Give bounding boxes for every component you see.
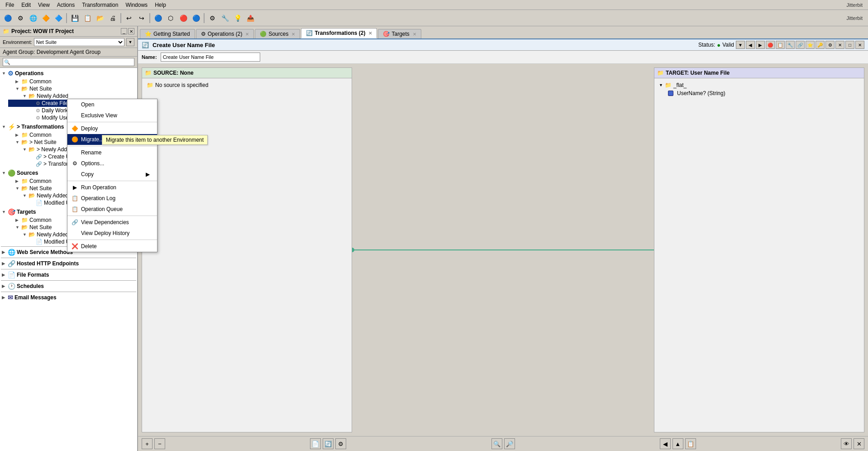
map-remove-btn[interactable]: − xyxy=(154,438,165,449)
status-btn3[interactable]: 🔴 xyxy=(766,41,775,49)
toolbar-run[interactable]: 🔷 xyxy=(52,12,64,24)
menu-edit[interactable]: Edit xyxy=(18,1,34,9)
tab-getting-started[interactable]: ⭐ Getting Started xyxy=(140,29,195,38)
ctx-run-operation[interactable]: ▶ Run Operation xyxy=(67,182,157,193)
menu-transformation[interactable]: Transformation xyxy=(78,1,122,9)
toolbar-export[interactable]: 📤 xyxy=(244,12,256,24)
ctx-deploy[interactable]: 🔶 Deploy xyxy=(67,123,157,134)
map-preview[interactable]: 👁 xyxy=(841,438,852,449)
status-btn6[interactable]: 🔗 xyxy=(796,41,805,49)
ctx-open[interactable]: Open xyxy=(67,99,157,110)
tab-sources-close[interactable]: ✕ xyxy=(291,32,295,37)
status-btn8[interactable]: 🔑 xyxy=(816,41,825,49)
ctx-operation-log[interactable]: 📋 Operation Log xyxy=(67,193,157,204)
search-row xyxy=(0,57,137,68)
tab-transformations[interactable]: 🔄 Transformations (2) ✕ xyxy=(301,28,377,38)
status-btn4[interactable]: 📋 xyxy=(776,41,785,49)
ctx-exclusive-view[interactable]: Exclusive View xyxy=(67,110,157,121)
environment-row: Environment: Net Suite ▼ xyxy=(0,37,137,48)
toolbar-open[interactable]: ⚙ xyxy=(14,12,26,24)
toolbar-info[interactable]: 💡 xyxy=(232,12,243,24)
status-btn9[interactable]: ⚙ xyxy=(825,41,835,49)
toolbar-save[interactable]: 🌐 xyxy=(27,12,39,24)
map-zoom-in[interactable]: 🔍 xyxy=(491,438,502,449)
status-btn10[interactable]: ✕ xyxy=(835,41,844,49)
tab-sources[interactable]: 🟢 Sources ✕ xyxy=(255,29,300,38)
ctx-run-label: Run Operation xyxy=(81,184,116,191)
status-maximize[interactable]: □ xyxy=(845,41,854,49)
project-minimize[interactable]: _ xyxy=(121,28,127,34)
ctx-operation-queue[interactable]: 📋 Operation Queue xyxy=(67,204,157,215)
status-btn7[interactable]: ⭐ xyxy=(806,41,815,49)
map-source-btn[interactable]: 📄 xyxy=(310,438,321,449)
toolbar-deploy[interactable]: 🔶 xyxy=(40,12,52,24)
ctx-view-deploy-history[interactable]: View Deploy History xyxy=(67,228,157,239)
toolbar-redo[interactable]: ↪ xyxy=(136,12,148,24)
menu-view[interactable]: View xyxy=(34,1,53,9)
ctx-view-dependencies[interactable]: 🔗 View Dependencies xyxy=(67,217,157,228)
toolbar-copy[interactable]: 📋 xyxy=(81,12,93,24)
map-arrow-up[interactable]: ▲ xyxy=(672,438,683,449)
ctx-delete[interactable]: ❌ Delete xyxy=(67,241,157,252)
status-btn1[interactable]: ◀ xyxy=(746,41,755,49)
toolbar-new[interactable]: 🔵 xyxy=(2,12,14,24)
environment-nav-btn[interactable]: ▼ xyxy=(126,38,134,46)
ops-common[interactable]: ▶ 📁 Common xyxy=(8,78,136,85)
map-zoom-out[interactable]: 🔎 xyxy=(504,438,515,449)
ctx-open-label: Open xyxy=(81,101,94,108)
ctx-rename[interactable]: Rename xyxy=(67,147,157,158)
http-header[interactable]: ▶ 🔗 Hosted HTTP Endpoints xyxy=(1,259,136,268)
agent-group-row: Agent Group: Development Agent Group xyxy=(0,48,137,57)
status-valid-icon: ● xyxy=(717,42,720,48)
name-input[interactable] xyxy=(161,53,260,62)
ctx-rename-icon xyxy=(71,149,78,156)
menu-file[interactable]: File xyxy=(2,1,18,9)
menu-help[interactable]: Help xyxy=(151,1,170,9)
search-input[interactable] xyxy=(3,58,134,66)
status-btn5[interactable]: 🔧 xyxy=(786,41,795,49)
map-refresh-btn[interactable]: 🔄 xyxy=(323,438,334,449)
map-close[interactable]: ✕ xyxy=(854,438,864,449)
toolbar-btn3[interactable]: 🔴 xyxy=(177,12,189,24)
map-add-btn[interactable]: + xyxy=(142,438,153,449)
ctx-copy[interactable]: Copy ▶ xyxy=(67,169,157,180)
toolbar-tools[interactable]: 🔧 xyxy=(219,12,231,24)
toolbar-save2[interactable]: 💾 xyxy=(69,12,81,24)
environment-label: Environment: xyxy=(3,39,32,45)
toolbar-undo[interactable]: ↩ xyxy=(123,12,135,24)
email-header[interactable]: ▶ ✉ Email Messages xyxy=(1,293,136,302)
operations-label: Operations xyxy=(15,70,43,77)
toolbar-settings[interactable]: ⚙ xyxy=(206,12,218,24)
map-arrange[interactable]: 📋 xyxy=(685,438,696,449)
tab-targets[interactable]: 🎯 Targets ✕ xyxy=(378,29,421,38)
menu-windows[interactable]: Windows xyxy=(122,1,151,9)
schedules-header[interactable]: ▶ 🕐 Schedules xyxy=(1,282,136,291)
tab-operations[interactable]: ⚙ Operations (2) ✕ xyxy=(196,29,254,38)
status-btn2[interactable]: ▶ xyxy=(756,41,765,49)
tab-targets-close[interactable]: ✕ xyxy=(413,32,416,37)
project-close[interactable]: ✕ xyxy=(128,28,134,34)
src-netsuite-label: Net Suite xyxy=(29,185,52,192)
toolbar-btn2[interactable]: ⬡ xyxy=(165,12,176,24)
tab-operations-close[interactable]: ✕ xyxy=(245,32,249,37)
user-display: Jitterbit xyxy=(847,15,866,21)
tab-transformations-close[interactable]: ✕ xyxy=(368,31,372,36)
environment-select[interactable]: Net Suite xyxy=(34,38,124,46)
toolbar-folder[interactable]: 📂 xyxy=(94,12,106,24)
operations-header[interactable]: ▼ ⚙ Operations xyxy=(1,69,136,78)
status-dropdown[interactable]: ▼ xyxy=(736,41,745,49)
ops-daily-work-icon: ⚙ xyxy=(36,108,40,114)
toolbar-print[interactable]: 🖨 xyxy=(107,12,119,24)
target-flat-expand: ▼ xyxy=(659,83,663,87)
menu-actions[interactable]: Actions xyxy=(53,1,78,9)
ctx-options[interactable]: ⚙ Options... xyxy=(67,158,157,169)
toolbar-btn1[interactable]: 🔵 xyxy=(152,12,164,24)
tab-bar: ⭐ Getting Started ⚙ Operations (2) ✕ 🟢 S… xyxy=(138,26,868,39)
ops-netsuite[interactable]: ▼ 📂 Net Suite xyxy=(8,85,136,92)
file-formats-header[interactable]: ▶ 📄 File Formats xyxy=(1,270,136,279)
project-controls: _ ✕ xyxy=(121,28,134,34)
toolbar-btn4[interactable]: 🔵 xyxy=(190,12,202,24)
status-close[interactable]: ✕ xyxy=(855,41,864,49)
map-settings-btn[interactable]: ⚙ xyxy=(335,438,346,449)
map-arrow-left[interactable]: ◀ xyxy=(660,438,671,449)
